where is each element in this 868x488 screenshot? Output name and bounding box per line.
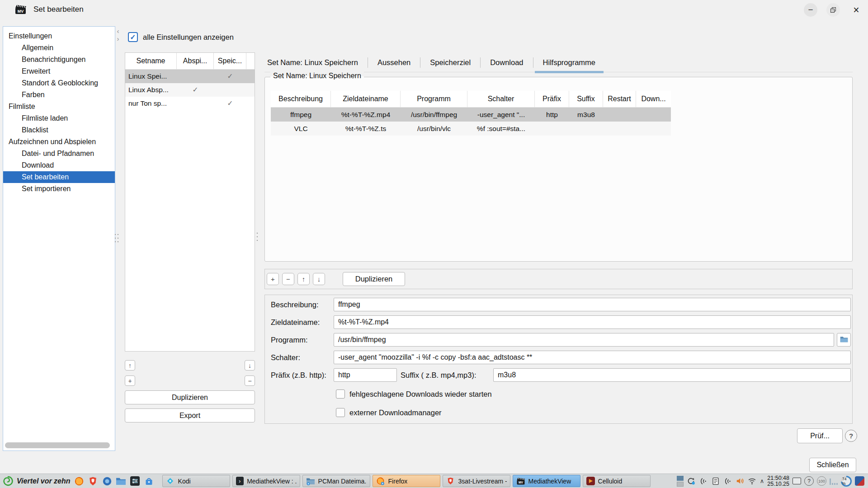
program-duplicate-button[interactable]: Duplizieren bbox=[343, 272, 405, 286]
counter-badge[interactable]: 100 bbox=[817, 476, 826, 486]
programm-field[interactable] bbox=[334, 333, 834, 347]
column-header-restart[interactable]: Restart bbox=[603, 91, 636, 107]
set-row-linux-abspielen[interactable]: Linux Absp... ✓ bbox=[125, 83, 255, 97]
launcher-file-manager-icon[interactable] bbox=[116, 476, 127, 487]
splitter-collapse-handle[interactable]: ‹ › bbox=[114, 27, 122, 42]
show-all-checkbox[interactable]: ✓ bbox=[128, 32, 138, 42]
column-header-speichern[interactable]: Speic... bbox=[214, 53, 246, 69]
set-remove-button[interactable]: − bbox=[245, 375, 255, 386]
column-header-zieldateiname[interactable]: Zieldateiname bbox=[331, 91, 401, 107]
suffix-field[interactable] bbox=[493, 368, 851, 382]
help-tray-icon[interactable]: ? bbox=[804, 476, 814, 486]
column-header-beschreibung[interactable]: Beschreibung bbox=[271, 91, 331, 107]
sidebar-item-blacklist[interactable]: Blacklist bbox=[3, 124, 115, 136]
sidebar-item-filmliste-laden[interactable]: Filmliste laden bbox=[3, 113, 115, 124]
set-row-nur-ton[interactable]: nur Ton sp... ✓ bbox=[125, 97, 255, 110]
tray-clock[interactable]: 21:50:48 25.10.25 bbox=[767, 475, 789, 487]
sidebar-item-set-importieren[interactable]: Set importieren bbox=[3, 183, 115, 195]
help-button[interactable]: ? bbox=[845, 430, 857, 442]
sidebar-item-benachrichtigungen[interactable]: Benachrichtigungen bbox=[3, 54, 115, 66]
sidebar-item-allgemein[interactable]: Allgemein bbox=[3, 42, 115, 54]
splitter-grip-left[interactable] bbox=[114, 233, 119, 244]
program-row-ffmpeg[interactable]: ffmpeg %t-%T-%Z.mp4 /usr/bin/ffmpeg -use… bbox=[271, 108, 671, 122]
column-header-setname[interactable]: Setname bbox=[125, 53, 177, 69]
column-header-praefix[interactable]: Präfix bbox=[535, 91, 569, 107]
sidebar-item-aufzeichnen-und-abspielen[interactable]: Aufzeichnen und Abspielen bbox=[3, 136, 115, 148]
volume-icon[interactable] bbox=[736, 477, 745, 486]
clipboard-icon[interactable] bbox=[711, 477, 720, 486]
schalter-field[interactable] bbox=[334, 351, 851, 364]
battery-indicator[interactable]: 74 % bbox=[841, 476, 852, 487]
external-downloadmanager-checkbox[interactable] bbox=[336, 408, 345, 417]
column-header-suffix[interactable]: Suffix bbox=[569, 91, 603, 107]
tab-set-name[interactable]: Set Name: Linux Speichern bbox=[264, 53, 368, 72]
pruef-button[interactable]: Prüf... bbox=[797, 428, 843, 443]
task-celluloid[interactable]: Celluloid bbox=[583, 475, 651, 487]
program-row-vlc[interactable]: VLC %t-%T-%Z.ts /usr/bin/vlc %f :sout=#s… bbox=[271, 122, 671, 136]
launcher-firefox-icon[interactable] bbox=[74, 476, 85, 487]
sidebar-item-download[interactable]: Download bbox=[3, 160, 115, 171]
task-firefox[interactable]: Firefox bbox=[373, 475, 440, 487]
launcher-brave-icon[interactable] bbox=[88, 476, 99, 487]
column-header-down[interactable]: Down... bbox=[636, 91, 671, 107]
zieldateiname-field[interactable] bbox=[334, 315, 851, 329]
launcher-browser-icon[interactable] bbox=[102, 476, 113, 487]
headset-arcs-icon[interactable] bbox=[723, 477, 732, 486]
display-settings-icon[interactable] bbox=[793, 478, 801, 484]
maximize-button[interactable] bbox=[826, 3, 840, 17]
tab-download[interactable]: Download bbox=[481, 53, 533, 72]
praefix-field[interactable] bbox=[334, 368, 397, 382]
tab-hilfsprogramme[interactable]: Hilfsprogramme bbox=[533, 53, 605, 72]
audio-arcs-icon[interactable] bbox=[699, 477, 708, 486]
column-header-schalter[interactable]: Schalter bbox=[467, 91, 535, 107]
tray-app-icon[interactable] bbox=[855, 476, 864, 486]
set-row-linux-speichern[interactable]: Linux Spei... ✓ bbox=[125, 70, 255, 83]
sidebar-item-standort-geoblocking[interactable]: Standort & Geoblocking bbox=[3, 77, 115, 89]
task-pcman-file-manager[interactable]: PCMan Dateima... bbox=[302, 475, 370, 487]
launcher-software-icon[interactable] bbox=[144, 476, 155, 487]
fuzzy-clock-text[interactable]: Viertel vor zehn bbox=[17, 477, 71, 485]
sidebar-item-erweitert[interactable]: Erweitert bbox=[3, 66, 115, 77]
start-menu-icon[interactable] bbox=[3, 476, 14, 487]
schliessen-button[interactable]: Schließen bbox=[809, 458, 856, 472]
program-add-button[interactable]: + bbox=[267, 273, 279, 285]
task-mediathekview-terminal[interactable]: › MediathekView : ... bbox=[232, 475, 300, 487]
task-3sat-livestream[interactable]: 3sat-Livestream -... bbox=[443, 475, 510, 487]
close-button[interactable]: × bbox=[849, 3, 863, 17]
set-move-down-button[interactable]: ↓ bbox=[245, 360, 255, 371]
set-duplicate-button[interactable]: Duplizieren bbox=[125, 390, 255, 404]
restart-downloads-row[interactable]: fehlgeschlagene Downloads wieder starten bbox=[336, 389, 492, 399]
show-all-settings-row[interactable]: ✓ alle Einstellungen anzeigen bbox=[128, 32, 234, 42]
sidebar-item-farben[interactable]: Farben bbox=[3, 89, 115, 101]
programm-browse-button[interactable] bbox=[837, 333, 851, 347]
restart-downloads-checkbox[interactable] bbox=[336, 389, 345, 399]
set-add-button[interactable]: + bbox=[125, 375, 135, 386]
wifi-icon[interactable] bbox=[748, 477, 757, 486]
program-move-up-button[interactable]: ↑ bbox=[297, 273, 310, 285]
program-move-down-button[interactable]: ↓ bbox=[313, 273, 325, 285]
audio-meter-icon[interactable] bbox=[830, 478, 838, 485]
task-mediathekview[interactable]: MV MediathekView bbox=[513, 475, 580, 487]
update-notifier-icon[interactable] bbox=[687, 477, 696, 486]
cell-restart bbox=[603, 122, 636, 136]
column-header-programm[interactable]: Programm bbox=[401, 91, 467, 107]
beschreibung-field[interactable] bbox=[334, 298, 851, 311]
sidebar-item-set-bearbeiten[interactable]: Set bearbeiten bbox=[3, 171, 115, 183]
external-downloadmanager-row[interactable]: externer Downloadmanager bbox=[336, 408, 442, 417]
restart-downloads-label: fehlgeschlagene Downloads wieder starten bbox=[349, 390, 492, 399]
program-remove-button[interactable]: − bbox=[282, 273, 294, 285]
launcher-settings-icon[interactable] bbox=[130, 476, 141, 487]
minimize-button[interactable]: − bbox=[804, 3, 817, 17]
workspace-pager[interactable] bbox=[677, 476, 684, 487]
tab-speicherziel[interactable]: Speicherziel bbox=[420, 53, 480, 72]
sidebar-horizontal-scrollbar[interactable] bbox=[5, 442, 110, 448]
set-export-button[interactable]: Export bbox=[125, 408, 255, 422]
sidebar-item-datei-und-pfadnamen[interactable]: Datei- und Pfadnamen bbox=[3, 148, 115, 160]
sidebar-item-einstellungen[interactable]: Einstellungen bbox=[3, 30, 115, 42]
set-move-up-button[interactable]: ↑ bbox=[125, 360, 135, 371]
tab-aussehen[interactable]: Aussehen bbox=[368, 53, 420, 72]
task-kodi[interactable]: Kodi bbox=[162, 475, 230, 487]
column-header-abspielen[interactable]: Abspi... bbox=[177, 53, 214, 69]
tray-expand-icon[interactable]: ∧ bbox=[760, 478, 764, 484]
sidebar-item-filmliste[interactable]: Filmliste bbox=[3, 101, 115, 113]
